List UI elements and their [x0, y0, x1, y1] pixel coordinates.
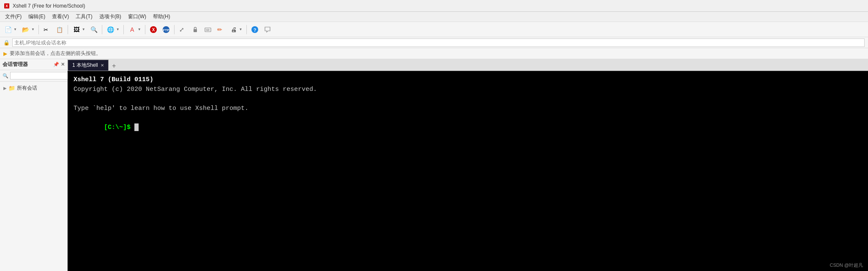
sidebar-header-icons: 📌 ✕ [53, 62, 65, 67]
tab-add-button[interactable]: + [109, 60, 119, 71]
new-session-icon: 📄 [3, 24, 13, 36]
chat-button[interactable] [262, 24, 273, 36]
print-icon: 🖨 [229, 24, 239, 36]
svg-rect-10 [194, 29, 197, 32]
tab-area: 1 本地Shell ✕ + Xshell 7 (Build 0115) Copy… [68, 59, 868, 271]
sep4 [123, 25, 124, 34]
menu-file[interactable]: 文件(F) [2, 12, 25, 21]
screenshot-dropdown[interactable]: 🖼 ▼ [70, 24, 87, 36]
print-dropdown[interactable]: 🖨 ▼ [227, 24, 244, 36]
session-hint-bar: ▶ 要添加当前会话，点击左侧的箭头按钮。 [0, 48, 868, 59]
svg-text:?: ? [253, 27, 256, 32]
cut-button[interactable]: ✂ [41, 24, 53, 36]
terminal-line-5: [C:\~]$ [74, 113, 862, 142]
open-folder-icon: 📂 [21, 24, 31, 36]
sep7 [246, 25, 247, 34]
font-color-icon: A [127, 24, 137, 36]
sidebar-search-input[interactable] [10, 72, 72, 79]
sep5 [145, 25, 145, 34]
menu-window[interactable]: 窗口(W) [125, 12, 150, 21]
font-color-dropdown[interactable]: A ▼ [126, 24, 143, 36]
xftp-icon-button[interactable]: FTP [160, 24, 172, 36]
address-lock-icon: 🔒 [3, 40, 10, 46]
terminal-line-4: Type `help' to learn how to use Xshell p… [74, 104, 862, 114]
terminal-line-2: Copyright (c) 2020 NetSarang Computer, I… [74, 85, 862, 95]
find-button[interactable]: 🔍 [88, 24, 100, 36]
session-arrow-icon: ▶ [3, 51, 7, 57]
dropdown-arrow-icon3: ▼ [82, 27, 86, 31]
tree-expand-arrow-icon: ▶ [3, 86, 7, 90]
globe-icon: 🌐 [106, 24, 116, 36]
lock-button[interactable] [189, 24, 201, 36]
menu-bar: 文件(F) 编辑(E) 查看(V) 工具(T) 选项卡(B) 窗口(W) 帮助(… [0, 12, 868, 22]
sidebar-item-label: 所有会话 [17, 85, 37, 92]
menu-view[interactable]: 查看(V) [49, 12, 72, 21]
sep6 [174, 25, 175, 34]
sidebar-search-icon: 🔍 [3, 73, 8, 79]
watermark: CSDN @叶超凡 [830, 262, 863, 268]
sidebar-item-all-sessions[interactable]: ▶ 📁 所有会话 [0, 83, 67, 93]
screenshot-icon: 🖼 [71, 24, 82, 36]
terminal-prompt: [C:\~]$ [104, 124, 134, 131]
toolbar: 📄 ▼ 📂 ▼ ✂ 📋 🖼 ▼ 🔍 🌐 ▼ A ▼ X [0, 22, 868, 37]
svg-text:X: X [5, 4, 8, 8]
keyboard-button[interactable]: ⌨ [202, 24, 214, 36]
terminal-line-3 [74, 94, 862, 104]
copy-button[interactable]: 📋 [54, 24, 66, 36]
menu-tabs[interactable]: 选项卡(B) [96, 12, 125, 21]
terminal-cursor [134, 123, 139, 131]
menu-tools[interactable]: 工具(T) [72, 12, 96, 21]
svg-text:FTP: FTP [163, 28, 169, 32]
sidebar-tree: ▶ 📁 所有会话 [0, 82, 67, 95]
sidebar: 会话管理器 📌 ✕ 🔍 ▶ 📁 所有会话 [0, 59, 68, 271]
new-session-dropdown[interactable]: 📄 ▼ [2, 24, 19, 36]
sidebar-header: 会话管理器 📌 ✕ [0, 59, 67, 70]
menu-help[interactable]: 帮助(H) [150, 12, 174, 21]
tab-close-icon[interactable]: ✕ [101, 63, 104, 68]
tab-bar: 1 本地Shell ✕ + [68, 59, 868, 71]
terminal[interactable]: Xshell 7 (Build 0115) Copyright (c) 2020… [68, 71, 868, 271]
xshell-icon-button[interactable]: X [147, 24, 159, 36]
tree-folder-icon: 📁 [8, 85, 15, 91]
main-content: 会话管理器 📌 ✕ 🔍 ▶ 📁 所有会话 1 本地Shell ✕ + [0, 59, 868, 271]
svg-text:⤢: ⤢ [179, 26, 184, 33]
svg-text:X: X [152, 27, 155, 32]
sidebar-pin-icon[interactable]: 📌 [53, 62, 59, 67]
dropdown-arrow-icon4: ▼ [116, 27, 120, 31]
sep3 [102, 25, 102, 34]
sidebar-search: 🔍 [0, 70, 67, 82]
tab-label: 1 本地Shell [72, 62, 98, 69]
sep2 [68, 25, 68, 34]
expand-button[interactable]: ⤢ [177, 24, 188, 36]
sidebar-title: 会话管理器 [3, 61, 28, 68]
help-button[interactable]: ? [249, 24, 261, 36]
terminal-line-1: Xshell 7 (Build 0115) [74, 75, 862, 85]
session-hint-text: 要添加当前会话，点击左侧的箭头按钮。 [10, 50, 101, 57]
app-icon: X [3, 3, 10, 9]
svg-text:⌨: ⌨ [206, 29, 210, 31]
svg-text:✂: ✂ [44, 27, 48, 33]
svg-text:📋: 📋 [56, 26, 63, 33]
sidebar-close-icon[interactable]: ✕ [61, 62, 65, 67]
title-bar: X Xshell 7 (Free for Home/School) [0, 0, 868, 12]
tab-local-shell[interactable]: 1 本地Shell ✕ [68, 60, 109, 71]
sep1 [38, 25, 39, 34]
svg-text:✏: ✏ [217, 26, 222, 33]
script-button[interactable]: ✏ [215, 24, 227, 36]
dropdown-arrow-icon5: ▼ [137, 27, 142, 31]
window-title: Xshell 7 (Free for Home/School) [13, 3, 85, 9]
open-session-dropdown[interactable]: 📂 ▼ [19, 24, 36, 36]
svg-text:🔍: 🔍 [90, 26, 97, 33]
menu-edit[interactable]: 编辑(E) [25, 12, 49, 21]
browser-dropdown[interactable]: 🌐 ▼ [104, 24, 121, 36]
dropdown-arrow-icon: ▼ [13, 27, 17, 31]
address-bar: 🔒 [0, 37, 868, 48]
address-input[interactable] [12, 38, 865, 47]
dropdown-arrow-icon6: ▼ [239, 27, 243, 31]
dropdown-arrow-icon2: ▼ [31, 27, 35, 31]
